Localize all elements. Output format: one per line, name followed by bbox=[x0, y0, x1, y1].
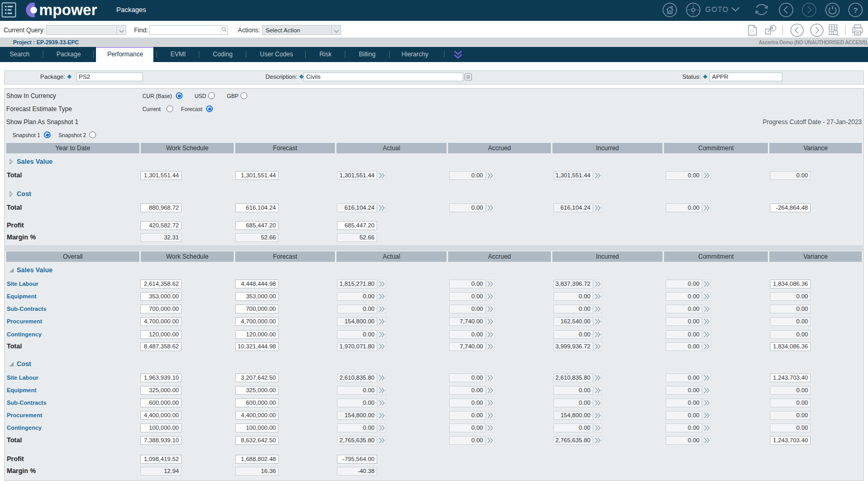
svg-text:?: ? bbox=[853, 6, 858, 15]
